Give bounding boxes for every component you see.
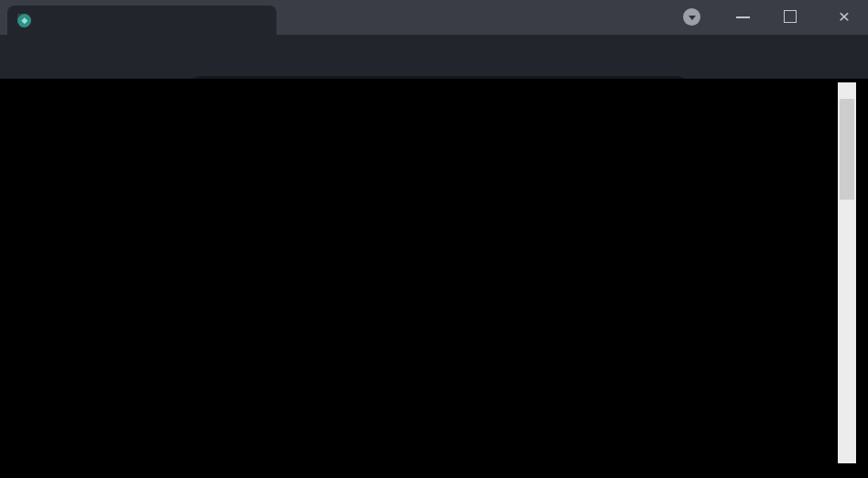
browser-tab[interactable] — [7, 5, 277, 35]
window-close-button[interactable]: × — [831, 4, 857, 29]
maximize-button[interactable] — [784, 10, 797, 23]
browser-toolbar: LT — [0, 35, 868, 79]
seashells-logo-icon — [16, 13, 32, 28]
scroll-up-icon[interactable] — [838, 82, 856, 97]
page-scrollbar[interactable] — [838, 82, 856, 463]
scrollbar-thumb[interactable] — [840, 99, 854, 200]
scroll-down-icon[interactable] — [838, 449, 856, 463]
minimize-button[interactable] — [736, 16, 750, 18]
tab-close-icon[interactable] — [251, 12, 267, 28]
tab-bar: × — [0, 0, 868, 35]
chevron-down-icon — [689, 16, 696, 20]
new-tab-button[interactable] — [280, 7, 304, 31]
terminal-output — [0, 79, 868, 478]
tab-search-button[interactable] — [683, 8, 700, 26]
